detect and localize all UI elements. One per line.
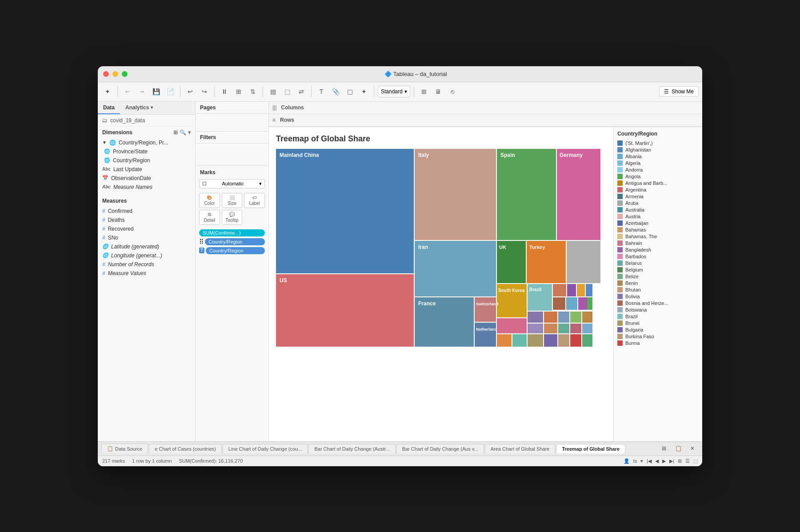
sort-dim-icon[interactable]: ▾ (188, 129, 191, 136)
star-icon[interactable]: ✦ (358, 85, 370, 98)
user-dropdown-icon[interactable]: ▾ (640, 458, 643, 464)
new-sheet-icon[interactable]: ⊞ (658, 442, 670, 455)
search-icon[interactable]: 🔍 (180, 129, 186, 136)
nav-first-icon[interactable]: |◀ (647, 458, 652, 464)
data-source-item[interactable]: 🗂 covid_19_data (98, 115, 195, 127)
minimize-button[interactable] (112, 71, 118, 77)
back-icon[interactable]: ← (121, 85, 134, 98)
share-icon[interactable]: ⎋ (446, 85, 459, 98)
grid-view-icon[interactable]: ⊞ (678, 458, 682, 464)
measure-sno[interactable]: # SNo (98, 233, 195, 242)
standard-dropdown[interactable]: Standard ▾ (378, 86, 410, 97)
legend-item: Antigua and Barb... (617, 180, 699, 186)
tooltip-button[interactable]: 💬 Tooltip (222, 210, 243, 225)
grid-icon[interactable]: ⊞ (418, 85, 430, 98)
dimension-observation-date[interactable]: 📅 ObservationDate (98, 174, 195, 183)
rows-row: ≡ Rows (269, 114, 702, 127)
pause-icon[interactable]: ⏸ (218, 85, 231, 98)
maximize-button[interactable] (122, 71, 128, 77)
tab-bar-chart-austr[interactable]: Bar Chart of Daily Change (Austr... (308, 444, 395, 453)
svg-text:Germany: Germany (560, 152, 583, 158)
pill-country-color[interactable]: ⠿ Country/Region (199, 238, 265, 245)
label-button[interactable]: 🏷 Label (244, 193, 265, 208)
sort-icon[interactable]: ⇅ (247, 85, 259, 98)
canvas-area: Treemap of Global Share Mainland China I… (269, 127, 613, 441)
marks-type-label: Automatic (222, 181, 244, 186)
status-rows: 1 row by 1 column (132, 458, 172, 464)
nav-prev-icon[interactable]: ◀ (655, 458, 659, 464)
forward-icon[interactable]: → (136, 85, 148, 98)
measure-latitude[interactable]: 🌐 Latitude (generated) (98, 242, 195, 251)
swap-icon[interactable]: ⇄ (295, 85, 308, 98)
svg-rect-41 (558, 324, 569, 333)
marks-type-dropdown[interactable]: ☐ Automatic ▾ (199, 179, 265, 188)
nav-last-icon[interactable]: ▶| (669, 458, 674, 464)
size-button[interactable]: ⬜ Size (222, 193, 243, 208)
clear-sheet-icon[interactable]: ✕ (686, 442, 699, 455)
svg-text:Brazil: Brazil (529, 287, 541, 292)
tab-bar-chart-aus[interactable]: Bar Chart of Daily Change (Aus v... (396, 444, 484, 453)
text-icon[interactable]: T (315, 85, 328, 98)
measures-label: Measures (102, 198, 127, 204)
screen-icon[interactable]: 🖥 (432, 85, 444, 98)
size-icon: ⬜ (229, 195, 235, 200)
measure-deaths[interactable]: # Deaths (98, 216, 195, 224)
dup-sheet-icon[interactable]: 📋 (672, 442, 684, 455)
label2-icon[interactable]: ▤ (267, 85, 279, 98)
home-icon[interactable]: ✦ (101, 85, 114, 98)
globe-icon: 🌐 (102, 244, 108, 249)
analytics-tab[interactable]: Analytics ▾ (120, 102, 158, 114)
marks-grid: 🎨 Color ⬜ Size 🏷 Label (199, 193, 265, 225)
legend-title: Country/Region (617, 131, 699, 137)
frame-icon[interactable]: ▢ (344, 85, 356, 98)
pill-sum-confirmed[interactable]: SUM(Confirme...) (199, 229, 265, 236)
tab-cases-chart[interactable]: e Chart of Cases (countries) (149, 444, 222, 453)
grid-view-icon[interactable]: ⊞ (173, 129, 178, 136)
tab-data-source[interactable]: 📋 Data Source (101, 444, 148, 453)
new-icon[interactable]: 📄 (164, 85, 176, 98)
svg-rect-0 (276, 149, 414, 273)
measure-longitude[interactable]: 🌐 Longitude (generat...) (98, 251, 195, 260)
fit-view-icon[interactable]: ⬚ (693, 458, 698, 464)
tab-area-chart[interactable]: Area Chart of Global Share (485, 444, 556, 453)
columns-label: Columns (281, 104, 308, 111)
list-view-icon[interactable]: ☰ (685, 458, 690, 464)
data-tab[interactable]: Data (98, 102, 120, 114)
svg-rect-23 (553, 297, 565, 310)
redo-icon[interactable]: ↪ (198, 85, 211, 98)
dimension-group-geo[interactable]: ▼ 🌐 Country/Region, Pr... (98, 138, 195, 147)
pill-country-label[interactable]: T Country/Region (199, 247, 265, 254)
dimension-measure-names[interactable]: Abc Measure Names (98, 183, 195, 192)
tab-treemap[interactable]: Treemap of Global Share (556, 444, 625, 453)
save-icon[interactable]: 💾 (150, 85, 162, 98)
analytics-dropdown-icon: ▾ (151, 105, 153, 110)
dimension-country-region[interactable]: 🌐 Country/Region (98, 156, 195, 165)
close-button[interactable] (103, 71, 109, 77)
clip-icon[interactable]: 📎 (329, 85, 342, 98)
measure-recovered[interactable]: # Recovered (98, 224, 195, 233)
legend-item: Bulgaria (617, 327, 699, 332)
measure-num-records[interactable]: # Number of Records (98, 260, 195, 269)
tab-line-chart[interactable]: Line Chart of Daily Change (cou... (223, 444, 308, 453)
svg-rect-43 (582, 324, 592, 333)
legend-item: Austria (617, 214, 699, 219)
fit-icon[interactable]: ⬚ (281, 85, 293, 98)
chart-title: Treemap of Global Share (276, 134, 606, 144)
legend-item: Azerbaijan (617, 220, 699, 226)
hash-icon: # (102, 208, 105, 214)
show-me-button[interactable]: ☰ Show Me (659, 86, 699, 97)
color-button[interactable]: 🎨 Color (199, 193, 220, 208)
detail-button[interactable]: ⚙ Detail (199, 210, 220, 225)
measure-values[interactable]: # Measure Values (98, 269, 195, 278)
dimension-province-state[interactable]: 🌐 Province/State (98, 147, 195, 156)
svg-rect-47 (570, 334, 581, 347)
group-icon[interactable]: ⊞ (232, 85, 245, 98)
svg-rect-40 (544, 324, 557, 333)
undo-icon[interactable]: ↩ (184, 85, 196, 98)
dimension-last-update[interactable]: Abc Last Update (98, 165, 195, 174)
legend-items: ('St. Martin',)AfghanistanAlbaniaAlgeria… (617, 140, 699, 346)
legend-item: Afghanistan (617, 147, 699, 152)
hash-icon: # (102, 261, 105, 268)
nav-next-icon[interactable]: ▶ (662, 458, 666, 464)
measure-confirmed[interactable]: # Confirmed (98, 207, 195, 216)
